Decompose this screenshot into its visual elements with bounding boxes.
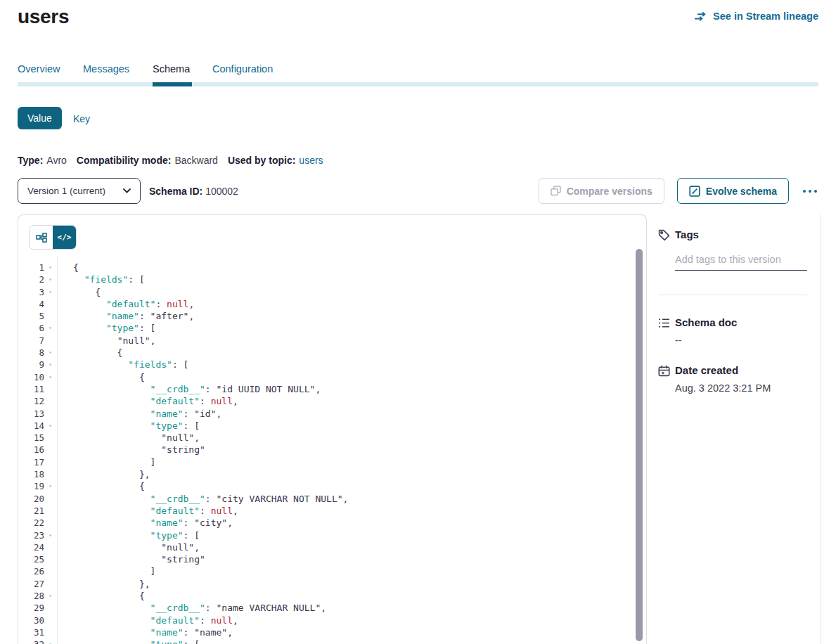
- stream-lineage-icon: [694, 11, 707, 22]
- see-in-stream-lineage-link[interactable]: See in Stream lineage: [694, 11, 818, 22]
- tags-heading: Tags: [675, 228, 699, 240]
- code-line: 25 "string": [18, 553, 636, 565]
- line-number: 16: [18, 444, 44, 456]
- fold-toggle-icon[interactable]: ▾: [44, 359, 56, 371]
- code-text: ]: [56, 565, 155, 577]
- value-toggle-button[interactable]: Value: [18, 107, 62, 129]
- code-line: 29 "__crdb__": "name VARCHAR NULL",: [18, 602, 636, 614]
- fold-toggle-icon[interactable]: ▾: [44, 480, 56, 492]
- evolve-schema-button[interactable]: Evolve schema: [677, 178, 789, 204]
- line-number: 11: [18, 383, 44, 395]
- line-number: 32: [18, 638, 44, 644]
- code-text: "name": "after",: [56, 310, 194, 322]
- code-line: 18 },: [18, 468, 636, 480]
- fold-toggle-icon[interactable]: ▾: [44, 273, 56, 285]
- fold-toggle-icon[interactable]: ▾: [44, 262, 56, 273]
- version-select-value: Version 1 (current): [27, 186, 105, 196]
- line-number: 14: [18, 420, 44, 432]
- tab-overview[interactable]: Overview: [18, 63, 60, 75]
- code-view-button[interactable]: </>: [53, 226, 76, 249]
- schema-code-panel: </> 1▾{2▾ "fields": [3▾ {4 "default": nu…: [18, 214, 647, 644]
- code-line: 23▾ "type": [: [18, 529, 636, 541]
- code-line: 11 "__crdb__": "id UUID NOT NULL",: [18, 383, 636, 395]
- code-text: "fields": [: [56, 273, 145, 285]
- fold-toggle-icon[interactable]: ▾: [44, 529, 56, 541]
- code-line: 31 "name": "name",: [18, 626, 636, 638]
- version-select[interactable]: Version 1 (current): [18, 178, 141, 204]
- line-number: 23: [18, 529, 44, 541]
- tab-messages[interactable]: Messages: [83, 63, 129, 75]
- code-line: 15 "null",: [18, 432, 636, 444]
- compare-versions-button[interactable]: Compare versions: [539, 178, 664, 204]
- schema-doc-heading: Schema doc: [675, 316, 737, 328]
- code-text: {: [56, 262, 79, 273]
- editor-scrollbar[interactable]: [636, 249, 643, 641]
- code-line: 28▾ {: [18, 590, 636, 602]
- line-number: 19: [18, 480, 44, 492]
- code-text: },: [56, 468, 150, 480]
- line-number: 4: [18, 298, 44, 310]
- code-line: 22 "name": "city",: [18, 517, 636, 529]
- line-number: 10: [18, 371, 44, 383]
- code-text: "type": [: [56, 529, 200, 541]
- date-created-icon: [658, 365, 670, 377]
- date-created-heading: Date created: [675, 364, 738, 376]
- fold-toggle-icon[interactable]: ▾: [44, 420, 56, 432]
- line-number: 9: [18, 359, 44, 371]
- code-text: "name": "id",: [56, 408, 221, 420]
- line-number: 12: [18, 395, 44, 407]
- line-number: 5: [18, 310, 44, 322]
- line-number: 28: [18, 590, 44, 602]
- code-line: 13 "name": "id",: [18, 408, 636, 420]
- line-number: 21: [18, 505, 44, 517]
- code-line: 14▾ "type": [: [18, 420, 636, 432]
- code-text: "default": null,: [56, 614, 238, 626]
- schema-page: users See in Stream lineage Overview Mes…: [0, 0, 836, 644]
- fold-toggle-icon[interactable]: ▾: [44, 590, 56, 602]
- more-options-button[interactable]: [802, 187, 818, 195]
- tree-view-button[interactable]: [30, 226, 53, 249]
- line-number: 24: [18, 541, 44, 553]
- tab-configuration[interactable]: Configuration: [212, 63, 273, 75]
- chevron-down-icon: [123, 188, 131, 193]
- code-line: 20 "__crdb__": "city VARCHAR NOT NULL",: [18, 493, 636, 505]
- line-number: 29: [18, 602, 44, 614]
- code-text: "__crdb__": "name VARCHAR NULL",: [56, 602, 326, 614]
- code-line: 2▾ "fields": [: [18, 273, 636, 285]
- code-text: {: [56, 347, 122, 359]
- fold-toggle-icon[interactable]: ▾: [44, 322, 56, 334]
- code-text: },: [56, 578, 150, 590]
- tab-strip: [18, 82, 818, 86]
- line-number: 20: [18, 493, 44, 505]
- code-text: "string": [56, 553, 205, 565]
- code-line: 12 "default": null,: [18, 395, 636, 407]
- code-line: 19▾ {: [18, 480, 636, 492]
- code-text: "default": null,: [56, 395, 238, 407]
- editor-view-toggle: </>: [30, 226, 76, 249]
- code-line: 6▾ "type": [: [18, 322, 636, 334]
- line-number: 26: [18, 565, 44, 577]
- fold-toggle-icon[interactable]: ▾: [44, 371, 56, 383]
- line-number: 8: [18, 347, 44, 359]
- key-toggle-button[interactable]: Key: [73, 113, 90, 124]
- sidebar-divider: [658, 295, 807, 295]
- code-text: "type": [: [56, 638, 200, 644]
- tags-input[interactable]: Add tags to this version: [675, 254, 807, 271]
- line-number: 25: [18, 553, 44, 565]
- line-number: 2: [18, 273, 44, 285]
- code-text: "__crdb__": "id UUID NOT NULL",: [56, 383, 321, 395]
- topic-link[interactable]: users: [299, 155, 323, 166]
- code-line: 1▾{: [18, 262, 636, 273]
- compatibility-label: Compatibility mode:: [77, 155, 172, 166]
- fold-toggle-icon[interactable]: ▾: [44, 286, 56, 298]
- code-text: {: [56, 590, 145, 602]
- schema-doc-value: --: [675, 335, 682, 346]
- code-text: {: [56, 480, 145, 492]
- tab-schema[interactable]: Schema: [153, 63, 190, 75]
- line-number: 27: [18, 578, 44, 590]
- fold-toggle-icon[interactable]: ▾: [44, 638, 56, 644]
- line-number: 6: [18, 322, 44, 334]
- code-text: "default": null,: [56, 505, 238, 517]
- schema-meta-row: Type: Avro Compatibility mode: Backward …: [18, 155, 323, 166]
- fold-toggle-icon[interactable]: ▾: [44, 347, 56, 359]
